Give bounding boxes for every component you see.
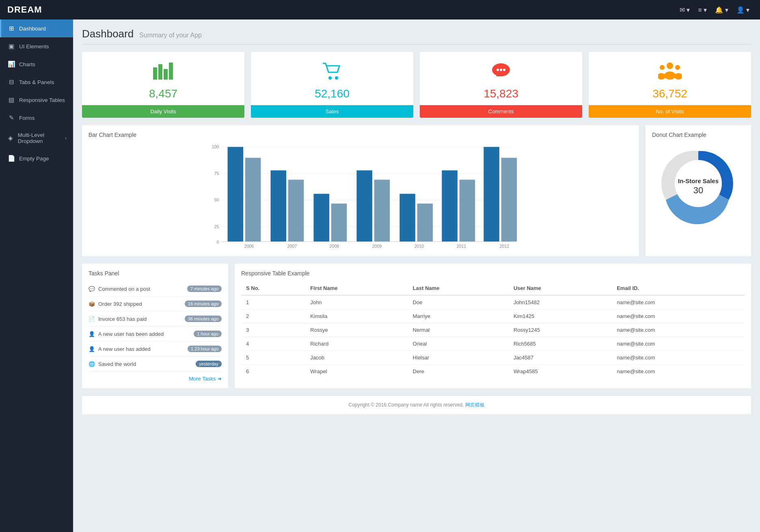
page-header: Dashboard Summary of your App: [82, 28, 751, 45]
svg-text:2010: 2010: [415, 244, 424, 249]
table-cell: Marriye: [408, 309, 509, 323]
table-cell: 4: [241, 337, 305, 351]
donut-chart-panel: Donut Chart Example In-Store Sales: [646, 125, 751, 256]
stat-label-visits: Daily Visits: [82, 105, 244, 118]
table-row: 4RichardOriealRich5685name@site.com: [241, 337, 745, 351]
svg-text:0: 0: [217, 240, 219, 244]
sidebar-item-charts[interactable]: 📊 Charts: [0, 55, 73, 73]
svg-rect-1: [158, 64, 162, 80]
col-sno: S No.: [241, 281, 305, 295]
sidebar-item-tables[interactable]: ▤ Responsive Tables: [0, 91, 73, 109]
ui-icon: ▣: [8, 43, 15, 50]
svg-point-15: [675, 65, 680, 70]
svg-rect-41: [417, 203, 433, 241]
table-cell: Richard: [305, 337, 408, 351]
table-cell: Dere: [408, 365, 509, 378]
table-cell: Wrap4585: [509, 365, 612, 378]
bar-chart-panel: Bar Chart Example 100 75 50 25 0: [82, 125, 639, 256]
task-badge: 16 minutes ago: [185, 301, 222, 307]
svg-rect-31: [271, 170, 287, 241]
sidebar-item-label: Forms: [19, 115, 35, 121]
sidebar-item-dropdown[interactable]: ◈ Multi-Level Dropdown ‹: [0, 127, 73, 149]
footer: Copyright © 2016.Company name All rights…: [82, 396, 751, 414]
task-item: 📦 Order 392 shipped 16 minutes ago: [89, 296, 222, 311]
task-item: 📄 Invoice 653 has paid 36 minutes ago: [89, 311, 222, 327]
stat-card-comments: 15,823 Comments: [420, 52, 582, 118]
col-email: Email ID.: [612, 281, 745, 295]
svg-text:In-Store Sales: In-Store Sales: [678, 177, 719, 184]
stat-label-sales: Sales: [251, 105, 413, 118]
task-badge: 1 hour ago: [194, 331, 222, 337]
table-cell: Kim1425: [509, 309, 612, 323]
bar-chart-title: Bar Chart Example: [89, 132, 633, 138]
top-nav: DREAM ✉ ▾ ≡ ▾ 🔔 ▾ 👤 ▾: [0, 0, 760, 19]
task-user2-icon: 👤: [89, 346, 95, 352]
bar-chart-svg: 100 75 50 25 0 2006: [89, 143, 633, 249]
table-cell: 2: [241, 309, 305, 323]
header-divider: [82, 44, 751, 45]
nav-right: ✉ ▾ ≡ ▾ 🔔 ▾ 👤 ▾: [676, 4, 753, 16]
mail-button[interactable]: ✉ ▾: [676, 4, 693, 16]
page-subtitle: Summary of your App: [139, 32, 202, 39]
svg-point-5: [335, 76, 338, 80]
sidebar-item-ui-elements[interactable]: ▣ UI Elements: [0, 37, 73, 55]
table-cell: name@site.com: [612, 365, 745, 378]
sidebar-item-label: Dashboard: [19, 26, 46, 32]
tabs-icon: ⊟: [8, 78, 15, 86]
table-cell: Wrapel: [305, 365, 408, 378]
svg-rect-3: [169, 63, 173, 80]
sidebar-item-dashboard[interactable]: ⊞ Dashboard: [0, 19, 73, 37]
svg-point-12: [664, 71, 676, 80]
sidebar-item-forms[interactable]: ✎ Forms: [0, 109, 73, 127]
svg-point-9: [500, 69, 502, 71]
table-cell: Kimsila: [305, 309, 408, 323]
table-cell: Jac4587: [509, 351, 612, 365]
task-text: 📄 Invoice 653 has paid: [89, 316, 147, 322]
table-cell: Rossy1245: [509, 323, 612, 337]
sidebar-item-empty[interactable]: 📄 Empty Page: [0, 149, 73, 167]
task-globe-icon: 🌐: [89, 361, 95, 367]
chevron-left-icon: ‹: [65, 136, 67, 141]
stat-label-comments: Comments: [420, 105, 582, 118]
svg-rect-32: [288, 180, 304, 242]
bottom-row: Tasks Panel 💬 Commented on a post 7 minu…: [82, 264, 751, 388]
footer-text: Copyright © 2016.Company name All rights…: [349, 402, 464, 408]
sidebar-item-tabs[interactable]: ⊟ Tabs & Panels: [0, 73, 73, 91]
task-badge: 36 minutes ago: [185, 316, 222, 322]
svg-point-4: [328, 76, 332, 80]
more-tasks-link[interactable]: More Tasks ➜: [89, 372, 222, 382]
dropdown-icon: ◈: [8, 134, 14, 142]
footer-link[interactable]: 网页模板: [465, 402, 485, 408]
svg-rect-2: [164, 69, 168, 80]
charts-row: Bar Chart Example 100 75 50 25 0: [82, 125, 751, 256]
task-item: 👤 A new user has been added 1 hour ago: [89, 327, 222, 342]
task-invoice-icon: 📄: [89, 316, 95, 322]
svg-rect-28: [228, 147, 244, 242]
svg-text:2012: 2012: [500, 244, 510, 249]
svg-rect-34: [313, 194, 329, 241]
donut-container: In-Store Sales 30: [652, 143, 745, 224]
table-cell: name@site.com: [612, 309, 745, 323]
svg-rect-44: [460, 180, 475, 242]
task-badge: 7 minutes ago: [187, 285, 222, 292]
sidebar-item-label: Charts: [19, 61, 35, 67]
task-text: 💬 Commented on a post: [89, 286, 150, 292]
user-button[interactable]: 👤 ▾: [733, 4, 753, 16]
menu-button[interactable]: ≡ ▾: [695, 4, 710, 16]
svg-text:100: 100: [212, 144, 219, 149]
stat-card-sales: 52,160 Sales: [251, 52, 413, 118]
stat-card-novisits: 36,752 No. of Visits: [589, 52, 751, 118]
table-row: 5JacobHielsarJac4587name@site.com: [241, 351, 745, 365]
table-cell: name@site.com: [612, 337, 745, 351]
bell-button[interactable]: 🔔 ▾: [712, 4, 731, 16]
svg-text:2011: 2011: [457, 244, 466, 249]
stat-number-comments: 15,823: [424, 87, 578, 100]
page-title: Dashboard: [82, 28, 134, 40]
dashboard-icon: ⊞: [8, 25, 15, 32]
svg-point-16: [674, 73, 682, 80]
task-text: 👤 A new user has been added: [89, 331, 164, 337]
svg-text:2009: 2009: [372, 244, 382, 249]
task-text: 🌐 Saved the world: [89, 361, 136, 367]
svg-text:75: 75: [214, 171, 219, 176]
sidebar-item-label: Responsive Tables: [19, 97, 65, 103]
